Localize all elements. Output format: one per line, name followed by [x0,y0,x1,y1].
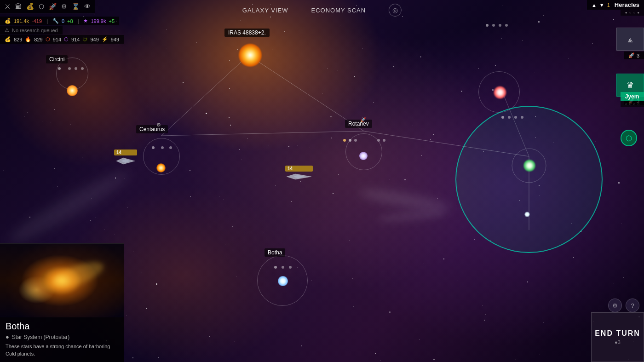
jyem-territory-ring [455,106,603,253]
jyem-panel: Jyem ○ ○ ○ ○ [621,92,644,107]
ship-icon: 🚀 [628,52,635,58]
info-panel-title: Botha [0,317,124,333]
centaurus-star-glow [156,163,166,172]
top-center-nav: GALAXY VIEW ECONOMY SCAN ◎ [242,4,402,17]
credits-icon: 💰 [5,18,11,24]
ships-icon: 🛡 [82,37,87,42]
circini-dot-1 [58,67,61,70]
rotanev-dot-2 [349,139,351,142]
circini-label[interactable]: Circini [46,55,68,63]
jyem-dot-2 [508,116,511,119]
industry-stat-icon: 🔥 [25,36,31,42]
jyem-label-bar[interactable]: Jyem [621,92,644,101]
rotanev-dot-4 [377,139,380,142]
research-status: No research queued [12,28,58,33]
economy-scan-btn[interactable]: ECONOMY SCAN [311,7,366,14]
heracles-label-bar[interactable]: ▲ ▼ 1 Heracles [587,0,644,10]
rotanev-dot-3 [354,139,357,142]
speed-stat: 949 [111,37,119,42]
science-icon3: ⬡ [64,36,69,42]
credits-delta: -419 [32,18,42,24]
speed-icon: ⚡ [102,36,108,42]
centaurus-dot-2 [161,146,164,149]
industry-icon: 🔧 [52,18,59,24]
heracles-dot-1 [486,24,489,27]
heracles-panel: ▲ ▼ 1 Heracles ● ○ ○ ● [587,0,644,16]
heracles-dot-d: ● [637,11,639,15]
info-panel: Botha ● Star System (Protostar) These st… [0,243,124,362]
circini-dot-3 [75,67,77,70]
centaurus-label[interactable]: Centaurus [136,125,168,133]
heracles-name: Heracles [615,1,639,8]
stats-row: 💰 829 🔥 829 ⬡ 914 ⬡ 914 🛡 949 ⚡ 949 [0,35,124,44]
settings-br-icon[interactable]: ⚙ [608,299,622,312]
rotanev-ship-icon: 🚀 [360,117,366,122]
science-icon2: ⬡ [46,36,50,42]
svg-line-0 [161,55,248,136]
jyem-dot-d: ○ [637,102,639,106]
help-br-icon[interactable]: ? [626,299,639,312]
carrier-2[interactable]: 14 [285,166,313,183]
heracles-dot-b: ○ [629,11,631,15]
economy-icon: 💰 [5,36,11,42]
botha-star-glow [278,276,288,286]
ships-stat: 949 [90,37,98,42]
heracles-dot-2 [492,24,495,27]
science-icon: ★ [83,18,88,24]
heracles-dot-a: ● [625,11,627,15]
industry-value: 0 [62,18,64,24]
jyem-name: Jyem [625,93,639,100]
credits-value: 191.4k [14,18,29,24]
heracles-ships-val: 3 [637,53,639,58]
info-panel-description: These stars have a strong chance of harb… [0,343,124,362]
rotanev-dot-1 [343,139,346,142]
carrier-1[interactable]: 14 [114,149,137,167]
centaurus-dot-3 [169,146,172,149]
carrier-2-badge: 14 [285,166,313,172]
info-image [0,244,124,317]
circini-dot-4 [81,67,84,70]
rotanev-dot-5 [383,139,385,142]
science-stat2: 914 [71,37,80,42]
end-turn-button[interactable]: END TURN ●3 [591,312,644,362]
jyem-dot-1 [501,116,504,119]
carrier-1-ship [114,156,137,166]
rotanev-label[interactable]: Rotanev [345,120,372,128]
botha-dot-3 [289,266,292,269]
research-row: ⚠ No research queued [0,26,63,34]
info-panel-subtitle: ● Star System (Protostar) [0,333,124,343]
heracles-dot-3 [499,24,501,27]
end-turn-sublabel: ●3 [615,339,621,345]
jyem-dot-b: ○ [629,102,631,106]
botha-dot-1 [274,266,277,269]
up-arrow-icon: ▲ [592,2,597,8]
bottom-right-icons: ⚙ ? [608,299,639,312]
jyem-dot-3 [514,116,517,119]
science-value: 199.9k [91,18,106,24]
botha-dot-2 [282,266,284,269]
scan-circle-icon[interactable]: ◎ [389,4,402,17]
jyem-dots-row: ○ ○ ○ ○ [621,101,644,107]
svg-line-1 [161,131,364,136]
heracles-star-glow [494,86,506,99]
heracles-faction-icon[interactable]: ⟁ [616,28,644,51]
heracles-ship-count: 🚀 3 [624,52,644,59]
heracles-dots-row: ● ○ ○ ● [621,10,644,16]
jyem-economy-icon[interactable]: ⬡ [621,130,637,146]
heracles-dot-c: ○ [633,11,635,15]
galaxy-view-btn[interactable]: GALAXY VIEW [242,7,288,14]
jyem-dot-4 [521,116,523,119]
industry-stat: 829 [34,37,42,42]
industry-delta: +8 [67,18,73,24]
heracles-dot-4 [505,24,508,27]
botha-label[interactable]: Botha [264,248,285,257]
jyem-planet-1 [524,212,530,217]
resource-row-1: 💰 191.4k -419 | 🔧 0 +8 | ★ 199.9k +5 [0,17,119,25]
down-arrow-icon: ▼ [599,2,604,8]
iras-label[interactable]: IRAS 48838+2. [224,29,270,37]
info-subtitle-text: Star System (Protostar) [12,334,69,340]
jyem-dot-a: ○ [625,102,627,106]
protostar-icon: ● [6,333,9,340]
jyem-dot-c: ○ [633,102,635,106]
heracles-count-badge: 1 [607,2,610,8]
